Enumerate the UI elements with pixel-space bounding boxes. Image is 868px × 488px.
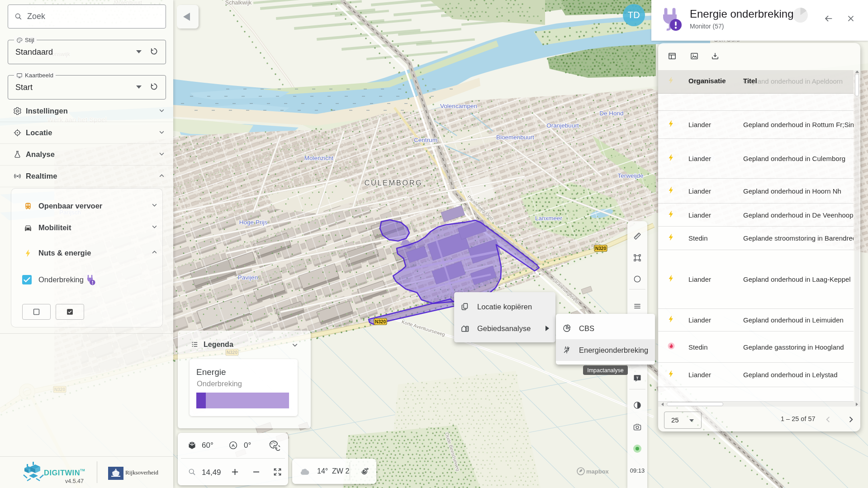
- svg-text:T: T: [636, 376, 638, 380]
- svg-text:Centrum: Centrum: [414, 137, 437, 143]
- svg-text:CULEMBORG: CULEMBORG: [365, 179, 423, 187]
- svg-text:Schalkwijk: Schalkwijk: [225, 0, 252, 6]
- svg-text:Molenzicht: Molenzicht: [304, 155, 334, 161]
- svg-text:mapbox: mapbox: [586, 468, 609, 475]
- svg-text:Lanxmeer: Lanxmeer: [535, 215, 563, 222]
- svg-text:A: A: [232, 443, 235, 448]
- svg-text:N320: N320: [375, 319, 386, 324]
- svg-text:De Hond: De Hond: [599, 110, 623, 117]
- svg-text:N320: N320: [595, 246, 606, 251]
- svg-text:Bloemenbuurt: Bloemenbuurt: [496, 134, 534, 141]
- svg-text:Oranjebuurt: Oranjebuurt: [546, 122, 579, 129]
- svg-text:Hoge Prijs: Hoge Prijs: [239, 219, 268, 226]
- svg-text:Volencampen: Volencampen: [440, 103, 477, 109]
- svg-text:Pavijen: Pavijen: [238, 274, 258, 281]
- svg-text:Terweijde: Terweijde: [617, 172, 643, 179]
